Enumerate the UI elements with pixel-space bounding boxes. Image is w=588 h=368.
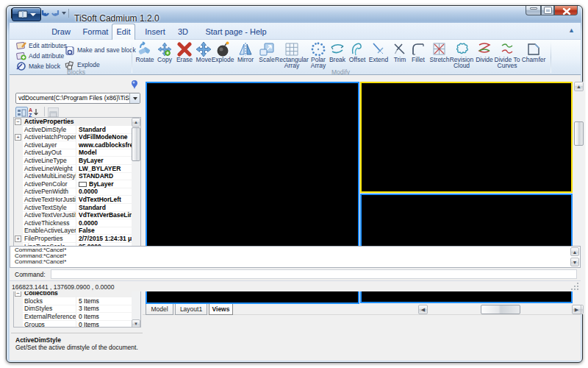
svg-text:A: A [29, 107, 32, 113]
